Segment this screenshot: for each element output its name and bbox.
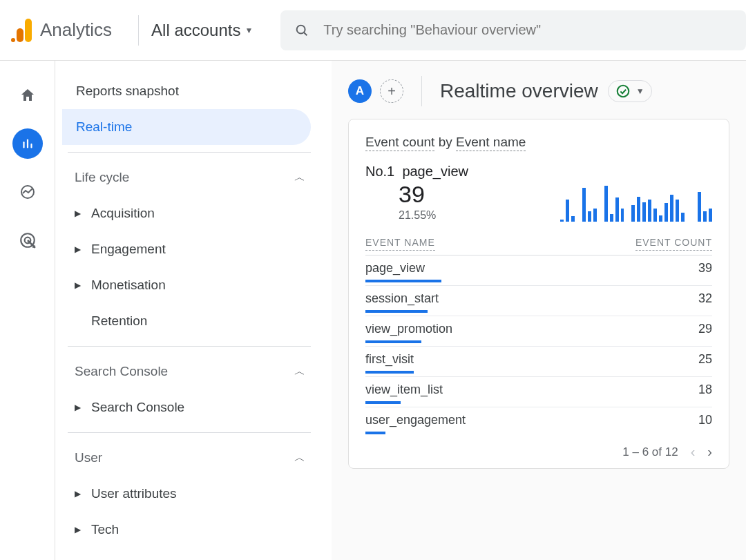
triangle-right-icon: ▶ — [75, 525, 91, 534]
chevron-up-icon: ︿ — [294, 451, 305, 465]
row-event-name: page_view — [365, 261, 425, 276]
nav-tech[interactable]: ▶Tech — [62, 512, 311, 548]
row-event-name: view_promotion — [365, 322, 452, 336]
nav-advertising-icon[interactable] — [12, 225, 43, 255]
event-count-card: Event count by Event name No.1 page_view… — [348, 119, 729, 469]
chevron-up-icon: ︿ — [294, 365, 305, 379]
card-title[interactable]: Event count by Event name — [365, 135, 712, 150]
table-pager: 1 – 6 of 12 ‹ › — [365, 444, 712, 460]
account-switcher[interactable]: All accounts ▼ — [151, 21, 253, 40]
analytics-logo-icon — [11, 19, 32, 42]
nav-engagement[interactable]: ▶Engagement — [62, 231, 311, 267]
nav-sub-label: Tech — [91, 522, 119, 537]
triangle-right-icon: ▶ — [75, 403, 91, 412]
table-row[interactable]: view_item_list18 — [365, 376, 712, 407]
row-event-count: 18 — [698, 383, 712, 397]
top-event-summary: No.1 page_view 39 21.55% — [365, 164, 468, 222]
global-search[interactable] — [280, 10, 746, 50]
section-life-cycle[interactable]: Life cycle ︿ — [62, 160, 311, 195]
nav-search-console[interactable]: ▶Search Console — [62, 389, 311, 425]
table-body: page_view39session_start32view_promotion… — [365, 255, 712, 437]
row-event-name: first_visit — [365, 352, 414, 367]
section-label: Life cycle — [75, 170, 129, 185]
table-row[interactable]: first_visit25 — [365, 346, 712, 376]
table-row[interactable]: page_view39 — [365, 255, 712, 285]
account-switcher-label: All accounts — [151, 21, 240, 40]
col-event-count: EVENT COUNT — [635, 237, 712, 251]
table-row[interactable]: session_start32 — [365, 285, 712, 316]
nav-explore-icon[interactable] — [12, 177, 43, 207]
page-title: Realtime overview — [440, 80, 598, 102]
section-label: Search Console — [75, 364, 168, 379]
section-search-console[interactable]: Search Console ︿ — [62, 354, 311, 389]
dimension-picker[interactable]: Event name — [456, 135, 526, 151]
nav-separator — [68, 346, 311, 347]
pager-range: 1 – 6 of 12 — [622, 445, 678, 459]
status-dropdown[interactable]: ▼ — [608, 80, 652, 102]
triangle-right-icon: ▶ — [75, 280, 91, 290]
search-input[interactable] — [323, 22, 746, 38]
nav-reports-icon[interactable] — [12, 128, 43, 159]
reports-sidebar: Reports snapshot Real-time Life cycle ︿ … — [55, 61, 332, 560]
row-bar — [365, 432, 385, 434]
table-header: EVENT NAME EVENT COUNT — [365, 237, 712, 251]
svg-point-8 — [618, 86, 629, 97]
pager-prev-button[interactable]: ‹ — [691, 444, 696, 460]
add-comparison-button[interactable]: + — [380, 79, 403, 103]
nav-sub-label: Engagement — [91, 242, 166, 257]
page-header: A + Realtime overview ▼ — [332, 61, 746, 119]
top-header: Analytics All accounts ▼ — [0, 0, 746, 61]
triangle-right-icon: ▶ — [75, 209, 91, 218]
triangle-right-icon: ▶ — [75, 489, 91, 499]
app-name: Analytics — [40, 19, 112, 41]
nav-home-icon[interactable] — [12, 80, 43, 110]
col-event-name: EVENT NAME — [365, 237, 435, 251]
comparison-badge[interactable]: A — [348, 79, 372, 103]
header-divider — [421, 76, 422, 106]
nav-sub-label: Monetisation — [91, 278, 166, 293]
row-bar — [365, 310, 428, 313]
nav-monetisation[interactable]: ▶Monetisation — [62, 267, 311, 303]
row-event-count: 29 — [698, 322, 712, 336]
row-bar — [365, 371, 414, 374]
row-event-name: view_item_list — [365, 383, 443, 397]
top-event-percent: 21.55% — [399, 209, 468, 222]
row-event-count: 32 — [698, 291, 712, 306]
table-row[interactable]: view_promotion29 — [365, 316, 712, 346]
nav-sub-label: Acquisition — [91, 206, 155, 221]
svg-point-0 — [297, 25, 305, 33]
nav-retention[interactable]: Retention — [62, 303, 311, 339]
nav-separator — [68, 152, 311, 153]
nav-acquisition[interactable]: ▶Acquisition — [62, 195, 311, 231]
row-event-name: user_engagement — [365, 413, 466, 427]
top-rank: No.1 — [365, 164, 394, 179]
row-bar — [365, 401, 401, 404]
check-circle-icon — [615, 84, 631, 99]
nav-sub-label: User attributes — [91, 486, 177, 501]
caret-down-icon: ▼ — [245, 26, 253, 35]
section-label: User — [75, 450, 102, 465]
search-icon — [294, 23, 309, 38]
metric-picker[interactable]: Event count — [365, 135, 434, 151]
table-row[interactable]: user_engagement10 — [365, 407, 712, 437]
row-bar — [365, 280, 441, 282]
svg-line-1 — [304, 32, 307, 35]
nav-user-attributes[interactable]: ▶User attributes — [62, 476, 311, 512]
nav-realtime[interactable]: Real-time — [62, 109, 311, 145]
left-icon-rail — [0, 61, 55, 560]
card-title-by: by — [439, 135, 452, 149]
top-event-value: 39 — [399, 181, 468, 208]
row-event-count: 39 — [698, 261, 712, 276]
row-event-count: 25 — [698, 352, 712, 367]
nav-sub-label: Search Console — [91, 400, 184, 415]
section-user[interactable]: User ︿ — [62, 440, 311, 476]
top-event-name: page_view — [402, 164, 468, 179]
sparkline-chart — [533, 183, 712, 222]
nav-separator — [68, 432, 311, 433]
pager-next-button[interactable]: › — [707, 444, 712, 460]
row-bar — [365, 340, 421, 343]
nav-reports-snapshot[interactable]: Reports snapshot — [62, 73, 311, 109]
row-event-count: 10 — [698, 413, 712, 427]
row-event-name: session_start — [365, 291, 439, 306]
caret-down-icon: ▼ — [636, 86, 644, 96]
